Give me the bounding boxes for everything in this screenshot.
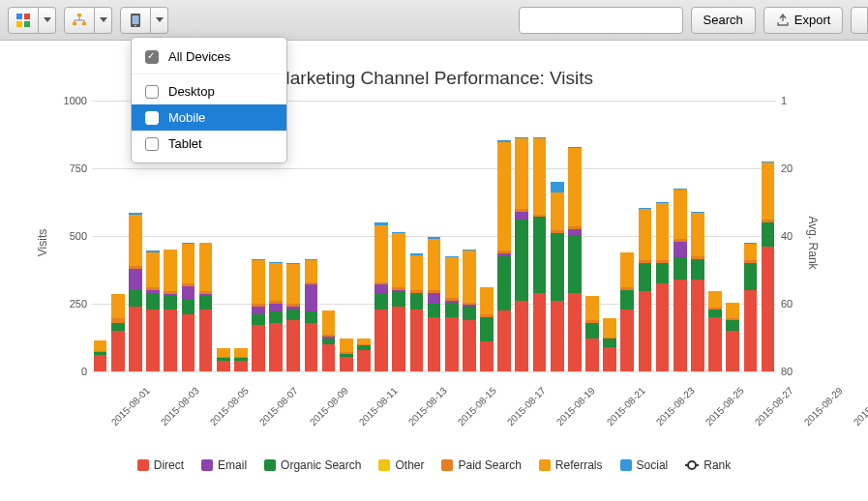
svg-rect-8 xyxy=(133,15,139,24)
bar-column[interactable] xyxy=(268,262,284,371)
bar-segment xyxy=(497,256,511,310)
dropdown-item-desktop[interactable]: Desktop xyxy=(132,78,286,104)
dropdown-item-mobile[interactable]: Mobile xyxy=(132,104,286,131)
bar-segment xyxy=(428,317,441,371)
bar-column[interactable] xyxy=(374,222,390,371)
bar-column[interactable] xyxy=(232,348,249,371)
bar-column[interactable] xyxy=(496,140,513,371)
bar-column[interactable] xyxy=(144,250,161,371)
bar-segment xyxy=(94,340,107,351)
svg-rect-6 xyxy=(82,22,86,25)
svg-point-9 xyxy=(135,24,136,26)
bar-segment xyxy=(428,239,441,290)
bar-column[interactable] xyxy=(215,348,231,371)
google-dropdown-toggle[interactable] xyxy=(39,7,56,34)
bar-column[interactable] xyxy=(180,243,196,371)
google-icon xyxy=(15,13,31,28)
bar-segment xyxy=(374,293,388,309)
bar-column[interactable] xyxy=(338,339,354,371)
legend-item[interactable]: Social xyxy=(620,458,669,472)
bar-column[interactable] xyxy=(584,296,600,371)
bar-column[interactable] xyxy=(637,208,653,371)
bar-column[interactable] xyxy=(689,212,705,371)
export-label: Export xyxy=(794,13,831,27)
bar-column[interactable] xyxy=(355,339,372,371)
checkbox-icon xyxy=(145,85,159,99)
bar-column[interactable] xyxy=(443,256,460,371)
bar-column[interactable] xyxy=(163,250,179,371)
bar-segment xyxy=(726,320,739,331)
bar-segment xyxy=(129,269,142,290)
bar-column[interactable] xyxy=(514,137,530,371)
bar-column[interactable] xyxy=(285,263,302,371)
bar-column[interactable] xyxy=(531,137,548,371)
dropdown-item-tablet[interactable]: Tablet xyxy=(132,131,286,157)
dropdown-item-all-devices[interactable]: All Devices xyxy=(132,44,286,70)
bar-column[interactable] xyxy=(461,250,477,371)
bar-column[interactable] xyxy=(303,259,319,371)
bar-column[interactable] xyxy=(654,202,671,371)
bar-segment xyxy=(111,331,125,371)
bar-segment xyxy=(252,260,265,304)
bar-segment xyxy=(726,303,739,319)
legend-item[interactable]: Rank xyxy=(685,458,731,472)
chevron-down-icon xyxy=(156,17,164,22)
bar-column[interactable] xyxy=(619,252,636,371)
bar-column[interactable] xyxy=(478,287,494,371)
legend-label: Other xyxy=(395,458,424,472)
legend-item[interactable]: Direct xyxy=(137,458,184,472)
bar-column[interactable] xyxy=(408,253,425,371)
bar-segment xyxy=(726,331,739,371)
legend-label: Social xyxy=(637,458,669,472)
bar-segment xyxy=(708,309,722,317)
legend-item[interactable]: Organic Search xyxy=(264,458,361,472)
export-button[interactable]: Export xyxy=(763,7,844,34)
bar-segment xyxy=(234,348,248,356)
bar-column[interactable] xyxy=(706,291,723,371)
google-icon-button[interactable] xyxy=(8,7,39,34)
dropdown-label: Mobile xyxy=(168,110,205,125)
bar-segment xyxy=(252,314,265,325)
bar-segment xyxy=(164,296,177,309)
sitemap-dropdown-toggle[interactable] xyxy=(95,7,112,34)
bar-segment xyxy=(585,296,599,320)
legend-item[interactable]: Other xyxy=(378,458,424,472)
bar-column[interactable] xyxy=(742,243,759,371)
y-tick-left: 750 xyxy=(70,162,87,174)
bar-column[interactable] xyxy=(391,232,407,371)
bar-segment xyxy=(286,264,300,304)
device-icon-button[interactable] xyxy=(120,7,151,34)
bar-segment xyxy=(585,339,599,371)
legend-item[interactable]: Referrals xyxy=(539,458,603,472)
sitemap-button-group xyxy=(64,7,112,34)
bar-segment xyxy=(322,344,336,371)
bar-column[interactable] xyxy=(109,294,126,371)
bar-column[interactable] xyxy=(127,213,143,371)
bar-segment xyxy=(129,215,142,266)
color-swatch xyxy=(620,459,632,471)
bar-column[interactable] xyxy=(566,147,583,371)
bar-column[interactable] xyxy=(320,310,337,371)
bar-column[interactable] xyxy=(426,237,442,371)
bar-column[interactable] xyxy=(725,303,741,371)
bar-segment xyxy=(445,257,459,298)
bar-column[interactable] xyxy=(760,162,776,371)
bar-segment xyxy=(357,350,371,371)
bar-column[interactable] xyxy=(92,340,108,371)
bar-segment xyxy=(480,341,494,371)
bar-segment xyxy=(340,357,353,371)
search-button[interactable]: Search xyxy=(691,7,756,34)
extra-button[interactable] xyxy=(851,7,868,34)
bar-column[interactable] xyxy=(549,182,565,371)
device-dropdown-toggle[interactable] xyxy=(151,7,168,34)
bar-segment xyxy=(234,361,248,371)
search-input[interactable] xyxy=(519,7,683,34)
bar-column[interactable] xyxy=(672,189,688,371)
bar-column[interactable] xyxy=(197,243,214,371)
bar-column[interactable] xyxy=(602,318,618,371)
bar-segment xyxy=(182,286,195,300)
legend-item[interactable]: Email xyxy=(201,458,247,472)
bar-column[interactable] xyxy=(250,259,266,371)
sitemap-icon-button[interactable] xyxy=(64,7,95,34)
legend-item[interactable]: Paid Search xyxy=(441,458,521,472)
